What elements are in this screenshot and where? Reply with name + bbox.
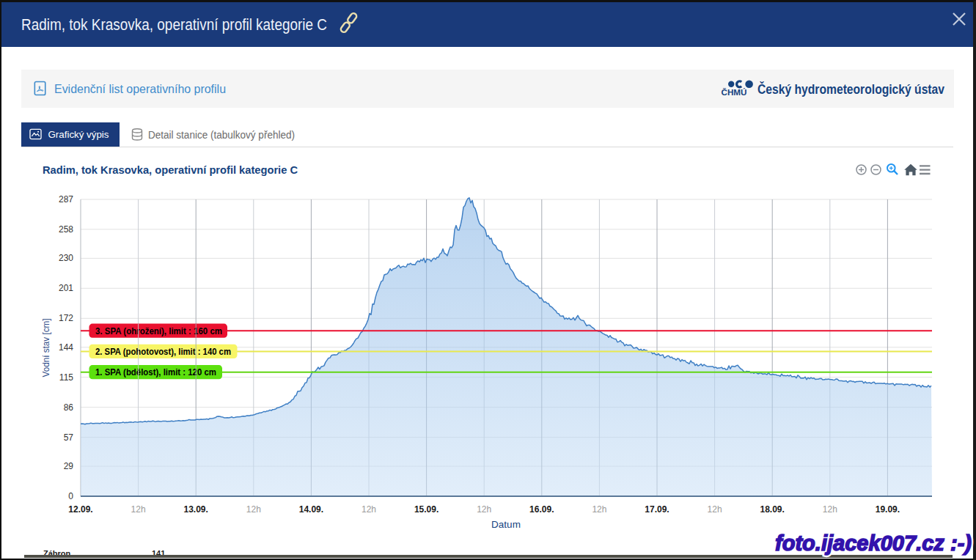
- svg-text:ČHMÚ: ČHMÚ: [722, 88, 747, 97]
- svg-text:230: 230: [59, 253, 73, 263]
- svg-text:12h: 12h: [823, 504, 837, 515]
- svg-text:201: 201: [59, 283, 73, 293]
- svg-text:Radim, tok Krasovka, operativn: Radim, tok Krasovka, operativní profil k…: [21, 16, 327, 34]
- svg-text:29: 29: [64, 461, 74, 471]
- svg-text:57: 57: [64, 432, 74, 443]
- svg-text:12h: 12h: [131, 504, 146, 515]
- svg-text:Detail stanice (tabulkový přeh: Detail stanice (tabulkový přehled): [148, 129, 295, 141]
- svg-text:12.09.: 12.09.: [68, 504, 92, 515]
- svg-text:Český hydrometeorologický ústa: Český hydrometeorologický ústav: [757, 81, 944, 97]
- svg-text:1. SPA (bdělost), limit : 120: 1. SPA (bdělost), limit : 120 cm: [95, 367, 216, 377]
- svg-text:15.09.: 15.09.: [414, 504, 439, 515]
- svg-text:287: 287: [59, 194, 73, 205]
- svg-text:18.09.: 18.09.: [760, 504, 785, 515]
- svg-text:2. SPA (pohotovost), limit : 1: 2. SPA (pohotovost), limit : 140 cm: [95, 347, 231, 357]
- svg-text:19.09.: 19.09.: [876, 504, 900, 515]
- svg-text:3. SPA (ohrožení), limit : 160: 3. SPA (ohrožení), limit : 160 cm: [95, 326, 222, 336]
- svg-text:12h: 12h: [477, 504, 491, 515]
- svg-text:12h: 12h: [592, 504, 606, 515]
- svg-text:Datum: Datum: [491, 519, 521, 530]
- svg-text:172: 172: [59, 313, 73, 323]
- svg-text:Vodní stav [cm]: Vodní stav [cm]: [41, 319, 51, 377]
- svg-text:12h: 12h: [362, 504, 376, 515]
- svg-text:foto.ijacek007.cz :-): foto.ijacek007.cz :-): [775, 531, 972, 555]
- svg-text:12h: 12h: [246, 504, 261, 515]
- svg-text:17.09.: 17.09.: [645, 504, 669, 515]
- svg-text:14.09.: 14.09.: [299, 504, 323, 515]
- svg-text:258: 258: [59, 224, 73, 235]
- svg-text:16.09.: 16.09.: [529, 504, 554, 515]
- svg-text:13.09.: 13.09.: [184, 504, 208, 515]
- svg-text:Grafický výpis: Grafický výpis: [48, 129, 109, 140]
- svg-text:115: 115: [59, 372, 73, 383]
- svg-text:144: 144: [59, 342, 73, 353]
- svg-text:0: 0: [68, 491, 73, 501]
- svg-text:12h: 12h: [708, 504, 722, 515]
- svg-text:Evidenční list operativního pr: Evidenční list operativního profilu: [54, 82, 226, 95]
- svg-text:86: 86: [64, 402, 74, 413]
